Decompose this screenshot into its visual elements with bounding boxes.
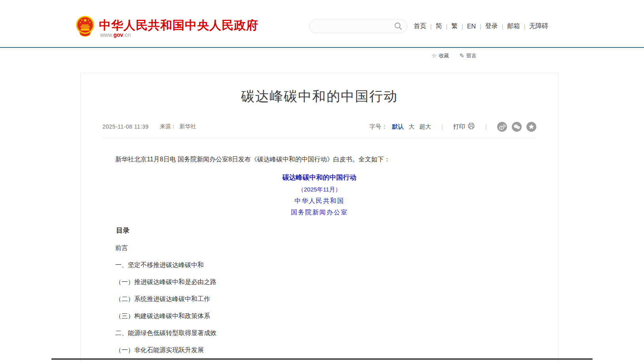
toc-item-1-3: （三）构建碳达峰碳中和政策体系 <box>103 312 536 320</box>
print-label: 打印 <box>453 123 465 131</box>
nav-english[interactable]: EN <box>467 23 476 30</box>
font-size-large[interactable]: 大 <box>408 123 414 131</box>
nav-login[interactable]: 登录 <box>485 22 498 30</box>
article-card: 碳达峰碳中和的中国行动 2025-11-08 11:39 来源： 新华社 字号：… <box>80 73 559 362</box>
article-title: 碳达峰碳中和的中国行动 <box>103 87 536 106</box>
national-emblem-icon <box>75 33 95 40</box>
footer-top-edge <box>51 358 593 360</box>
document-heading-block: 碳达峰碳中和的中国行动 （2025年11月） 中华人民共和国 国务院新闻办公室 <box>103 172 536 218</box>
toc-item-2: 二、能源绿色低碳转型取得显著成效 <box>103 329 536 337</box>
document-date: （2025年11月） <box>103 184 536 195</box>
nav-separator: | <box>462 23 463 30</box>
search-icon[interactable] <box>393 21 403 31</box>
qzone-star-share-icon[interactable] <box>526 122 536 132</box>
source-value: 新华社 <box>179 123 196 130</box>
meta-divider: | <box>441 123 443 130</box>
nav-separator: | <box>480 23 481 30</box>
document-title: 碳达峰碳中和的中国行动 <box>103 172 536 183</box>
wechat-share-icon[interactable] <box>512 122 522 132</box>
meta-separator-line <box>103 138 536 138</box>
weibo-share-icon[interactable] <box>497 122 507 132</box>
site-url-gov: gov <box>113 32 123 38</box>
article-meta-right: 字号： 默认 大 超大 | 打印 | <box>369 122 536 132</box>
font-size-label: 字号： <box>369 123 387 131</box>
comment-button[interactable]: ✎ 留言 <box>459 52 477 59</box>
nav-home[interactable]: 首页 <box>414 22 426 30</box>
document-issuer-office: 国务院新闻办公室 <box>103 207 536 218</box>
search-input[interactable] <box>316 23 393 29</box>
nav-separator: | <box>446 23 448 30</box>
toc-item-1: 一、坚定不移推进碳达峰碳中和 <box>103 261 536 269</box>
toc-item-preface: 前言 <box>103 244 536 252</box>
page-actions: ☆ 收藏 ✎ 留言 <box>431 52 477 59</box>
share-group <box>497 122 536 132</box>
publish-date: 2025-11-08 11:39 <box>103 123 148 130</box>
page: 中华人民共和国中央人民政府 www.gov.cn 首页| 简| 繁| EN| 登… <box>0 0 644 362</box>
article-meta-row: 2025-11-08 11:39 来源： 新华社 字号： 默认 大 超大 | 打… <box>103 121 536 132</box>
favorite-label: 收藏 <box>439 52 449 59</box>
site-url-www: www. <box>100 32 113 38</box>
font-size-xlarge[interactable]: 超大 <box>419 123 431 131</box>
print-button[interactable]: 打印 <box>453 122 475 131</box>
toc-item-1-1: （一）推进碳达峰碳中和是必由之路 <box>103 278 536 286</box>
site-url-cn: .cn <box>123 32 131 38</box>
nav-accessibility[interactable]: 无障碍 <box>529 22 548 30</box>
printer-icon <box>467 122 475 131</box>
favorite-button[interactable]: ☆ 收藏 <box>431 52 449 59</box>
nav-simplified[interactable]: 简 <box>436 22 442 30</box>
national-emblem-logo[interactable] <box>75 15 95 39</box>
nav-separator: | <box>524 23 525 30</box>
nav-traditional[interactable]: 繁 <box>451 22 458 30</box>
nav-mail[interactable]: 邮箱 <box>507 22 520 30</box>
document-issuer-country: 中华人民共和国 <box>103 196 536 206</box>
site-title[interactable]: 中华人民共和国中央人民政府 <box>99 17 258 34</box>
font-size-default[interactable]: 默认 <box>392 123 404 131</box>
article-intro: 新华社北京11月8日电 国务院新闻办公室8日发布《碳达峰碳中和的中国行动》白皮书… <box>103 154 536 165</box>
meta-divider: | <box>485 123 487 130</box>
search-box <box>309 19 407 33</box>
site-header: 中华人民共和国中央人民政府 www.gov.cn 首页| 简| 繁| EN| 登… <box>0 0 644 48</box>
toc-title: 目录 <box>103 226 536 235</box>
pencil-icon: ✎ <box>459 52 464 59</box>
toc-item-1-2: （二）系统推进碳达峰碳中和工作 <box>103 295 536 303</box>
site-url[interactable]: www.gov.cn <box>100 32 131 38</box>
nav-separator: | <box>502 23 503 30</box>
nav-separator: | <box>430 23 432 30</box>
star-outline-icon: ☆ <box>431 52 437 59</box>
comment-label: 留言 <box>466 52 477 59</box>
source-label: 来源： <box>160 123 176 130</box>
toc-item-2-1: （一）非化石能源实现跃升发展 <box>103 346 536 354</box>
article-meta-left: 2025-11-08 11:39 来源： 新华社 <box>103 123 196 130</box>
top-nav: 首页| 简| 繁| EN| 登录| 邮箱| 无障碍 <box>414 22 548 30</box>
